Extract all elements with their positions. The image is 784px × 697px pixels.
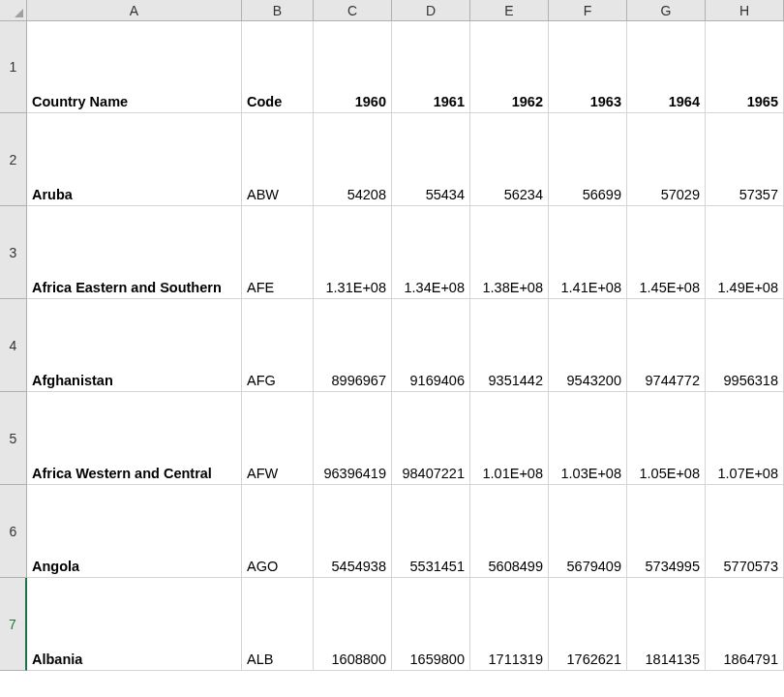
grid: Country Name Code 1960 1961 1962 1963 19… xyxy=(27,21,784,697)
row-header-6[interactable]: 6 xyxy=(0,485,27,578)
cell-d6[interactable]: 5531451 xyxy=(392,485,470,578)
table-row: Country Name Code 1960 1961 1962 1963 19… xyxy=(27,21,784,113)
table-row: Africa Eastern and Southern AFE 1.31E+08… xyxy=(27,206,784,299)
cell-c4[interactable]: 8996967 xyxy=(314,299,392,392)
cell-g2[interactable]: 57029 xyxy=(627,113,706,206)
row-header-2[interactable]: 2 xyxy=(0,113,27,206)
cell-f7[interactable]: 1762621 xyxy=(549,578,627,671)
cell-h3[interactable]: 1.49E+08 xyxy=(706,206,784,299)
cell-e2[interactable]: 56234 xyxy=(470,113,549,206)
cell-c6[interactable]: 5454938 xyxy=(314,485,392,578)
cell-c3[interactable]: 1.31E+08 xyxy=(314,206,392,299)
cell-g1[interactable]: 1964 xyxy=(627,21,706,113)
cell-a7[interactable]: Albania xyxy=(27,578,242,671)
cell-f1[interactable]: 1963 xyxy=(549,21,627,113)
cell-e1[interactable]: 1962 xyxy=(470,21,549,113)
table-row: Angola AGO 5454938 5531451 5608499 56794… xyxy=(27,485,784,578)
cell-d2[interactable]: 55434 xyxy=(392,113,470,206)
cell-d1[interactable]: 1961 xyxy=(392,21,470,113)
cell-a1[interactable]: Country Name xyxy=(27,21,242,113)
cell-e6[interactable]: 5608499 xyxy=(470,485,549,578)
cell-c5[interactable]: 96396419 xyxy=(314,392,392,485)
body-area: 1 2 3 4 5 6 7 Country Name Code 1960 196… xyxy=(0,21,784,697)
row-header-5[interactable]: 5 xyxy=(0,392,27,485)
column-header-f[interactable]: F xyxy=(549,0,627,21)
cell-e5[interactable]: 1.01E+08 xyxy=(470,392,549,485)
row-header-3[interactable]: 3 xyxy=(0,206,27,299)
spreadsheet: A B C D E F G H 1 2 3 4 5 6 7 Country Na… xyxy=(0,0,784,697)
cell-d3[interactable]: 1.34E+08 xyxy=(392,206,470,299)
cell-g6[interactable]: 5734995 xyxy=(627,485,706,578)
cell-b1[interactable]: Code xyxy=(242,21,314,113)
cell-h5[interactable]: 1.07E+08 xyxy=(706,392,784,485)
column-header-g[interactable]: G xyxy=(627,0,706,21)
cell-e4[interactable]: 9351442 xyxy=(470,299,549,392)
row-header-1[interactable]: 1 xyxy=(0,21,27,113)
cell-c7[interactable]: 1608800 xyxy=(314,578,392,671)
cell-d5[interactable]: 98407221 xyxy=(392,392,470,485)
column-header-e[interactable]: E xyxy=(470,0,549,21)
cell-e3[interactable]: 1.38E+08 xyxy=(470,206,549,299)
cell-a2[interactable]: Aruba xyxy=(27,113,242,206)
table-row: Albania ALB 1608800 1659800 1711319 1762… xyxy=(27,578,784,671)
cell-f3[interactable]: 1.41E+08 xyxy=(549,206,627,299)
cell-b6[interactable]: AGO xyxy=(242,485,314,578)
cell-a3[interactable]: Africa Eastern and Southern xyxy=(27,206,242,299)
table-row: Africa Western and Central AFW 96396419 … xyxy=(27,392,784,485)
cell-d4[interactable]: 9169406 xyxy=(392,299,470,392)
cell-b3[interactable]: AFE xyxy=(242,206,314,299)
cell-h7[interactable]: 1864791 xyxy=(706,578,784,671)
select-all-corner[interactable] xyxy=(0,0,27,21)
cell-b7[interactable]: ALB xyxy=(242,578,314,671)
cell-b4[interactable]: AFG xyxy=(242,299,314,392)
column-header-row: A B C D E F G H xyxy=(0,0,784,21)
cell-g4[interactable]: 9744772 xyxy=(627,299,706,392)
cell-f2[interactable]: 56699 xyxy=(549,113,627,206)
cell-h2[interactable]: 57357 xyxy=(706,113,784,206)
select-all-triangle-icon xyxy=(15,9,23,17)
cell-f6[interactable]: 5679409 xyxy=(549,485,627,578)
cell-g5[interactable]: 1.05E+08 xyxy=(627,392,706,485)
cell-g3[interactable]: 1.45E+08 xyxy=(627,206,706,299)
cell-h6[interactable]: 5770573 xyxy=(706,485,784,578)
table-row: Afghanistan AFG 8996967 9169406 9351442 … xyxy=(27,299,784,392)
cell-b5[interactable]: AFW xyxy=(242,392,314,485)
column-header-d[interactable]: D xyxy=(392,0,470,21)
cell-e7[interactable]: 1711319 xyxy=(470,578,549,671)
column-header-h[interactable]: H xyxy=(706,0,784,21)
table-row: Aruba ABW 54208 55434 56234 56699 57029 … xyxy=(27,113,784,206)
cell-a5[interactable]: Africa Western and Central xyxy=(27,392,242,485)
cell-c2[interactable]: 54208 xyxy=(314,113,392,206)
column-header-b[interactable]: B xyxy=(242,0,314,21)
column-header-a[interactable]: A xyxy=(27,0,242,21)
cell-h1[interactable]: 1965 xyxy=(706,21,784,113)
cell-d7[interactable]: 1659800 xyxy=(392,578,470,671)
cell-c1[interactable]: 1960 xyxy=(314,21,392,113)
cell-h4[interactable]: 9956318 xyxy=(706,299,784,392)
row-header-4[interactable]: 4 xyxy=(0,299,27,392)
column-header-c[interactable]: C xyxy=(314,0,392,21)
cell-f4[interactable]: 9543200 xyxy=(549,299,627,392)
cell-b2[interactable]: ABW xyxy=(242,113,314,206)
cell-a4[interactable]: Afghanistan xyxy=(27,299,242,392)
cell-a6[interactable]: Angola xyxy=(27,485,242,578)
row-headers: 1 2 3 4 5 6 7 xyxy=(0,21,27,697)
cell-g7[interactable]: 1814135 xyxy=(627,578,706,671)
row-header-7[interactable]: 7 xyxy=(0,578,27,671)
cell-f5[interactable]: 1.03E+08 xyxy=(549,392,627,485)
